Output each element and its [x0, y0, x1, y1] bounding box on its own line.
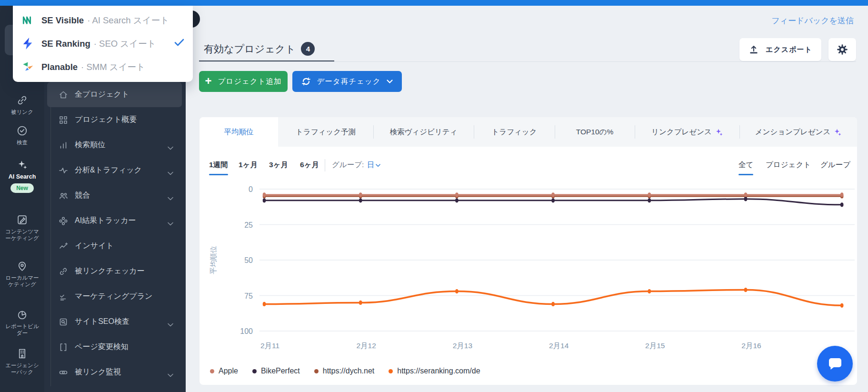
sidebar-item-backlink-checker[interactable]: 被リンクチェッカー [44, 259, 186, 284]
link-icon [16, 94, 28, 106]
home-icon [59, 90, 68, 100]
suite-name: SE Visible [41, 15, 84, 26]
gear-icon [836, 43, 848, 56]
sidebar-item-marketing-plan[interactable]: マーケティングプラン [44, 284, 186, 309]
suite-name: SE Ranking [41, 39, 90, 49]
rail-item-label: AI Search [4, 173, 41, 180]
sidebar-item-competitors[interactable]: 競合 [44, 183, 186, 208]
export-label: エクスポート [766, 45, 812, 54]
suite-item-se-ranking[interactable]: SE Ranking · SEO スイート [13, 32, 193, 55]
sidebar-item-label: マーケティングプラン [75, 291, 152, 302]
rail-item-local-marketing[interactable]: ローカルマーケティング [0, 260, 44, 288]
tab-top10-percent[interactable]: TOP10の% [555, 117, 635, 147]
check-circle-icon [16, 125, 28, 137]
tab-label: TOP10の% [576, 127, 613, 137]
sidebar-item-all-projects[interactable]: 全プロジェクト [47, 82, 182, 107]
svg-text:25: 25 [244, 221, 253, 229]
rail-item-ai-search[interactable]: AI Search New [0, 159, 44, 193]
tab-mention-presence[interactable]: メンションプレゼンス [739, 117, 857, 147]
legend-item-seranking-de[interactable]: https://seranking.com/de [389, 367, 480, 375]
rail-item-content-marketing[interactable]: コンテンツマーケティング [0, 214, 44, 241]
tab-label: トラフィック [491, 127, 537, 137]
rail-item-label: コンテンツマーケティング [4, 228, 41, 241]
se-visible-logo-icon [21, 14, 34, 27]
legend-item-apple[interactable]: Apple [210, 367, 238, 375]
grid-icon [59, 115, 68, 125]
legend-dot [389, 369, 393, 373]
projects-chart-card: 平均順位 トラフィック予測 検索ヴィジビリティ トラフィック TOP10の% リ… [200, 117, 857, 385]
suite-switcher-menu: SE Visible · AI Search スイート SE Ranking ·… [13, 6, 193, 82]
tab-active-projects[interactable]: 有効なプロジェクト 4 [204, 42, 315, 56]
tab-label: トラフィック予測 [296, 127, 356, 137]
sidebar-item-label: 分析&トラフィック [75, 165, 142, 175]
building-icon [16, 348, 28, 360]
legend-label: Apple [219, 367, 238, 375]
svg-text:2月12: 2月12 [357, 342, 376, 350]
sidebar-item-project-overview[interactable]: プロジェクト概要 [44, 107, 186, 132]
seranking-dashboard: { "colors": { "topbar": "#1b7ce2", "side… [0, 0, 868, 392]
suite-item-planable[interactable]: Planable · SMM スイート [13, 55, 193, 79]
svg-text:100: 100 [240, 327, 253, 335]
sidebar-item-label: 検索順位 [75, 140, 105, 150]
sidebar-item-label: インサイト [75, 241, 114, 251]
plus-icon: + [205, 75, 212, 87]
recheck-data-button[interactable]: データ再チェック [292, 71, 402, 92]
rail-item-label: レポートビルダー [4, 323, 41, 336]
chat-button[interactable] [817, 346, 853, 382]
send-feedback-link[interactable]: フィードバックを送信 [771, 15, 854, 26]
legend-dot [210, 369, 214, 373]
suite-suffix: · SMM スイート [81, 61, 145, 73]
tab-traffic[interactable]: トラフィック [474, 117, 555, 147]
tab-average-position[interactable]: 平均順位 [200, 117, 278, 147]
legend-item-dych[interactable]: https://dych.net [314, 367, 375, 375]
sidebar-item-rankings[interactable]: 検索順位 [44, 132, 186, 158]
rail-item-label: エージェンシーパック [4, 362, 41, 375]
settings-button[interactable] [828, 38, 856, 61]
tab-label: 平均順位 [224, 127, 254, 137]
tab-traffic-forecast[interactable]: トラフィック予測 [278, 117, 373, 147]
sidebar-item-label: 被リンク監視 [75, 367, 121, 377]
chevron-down-icon [168, 371, 173, 374]
legend-label: https://dych.net [323, 367, 375, 375]
sparkles-icon [16, 159, 28, 171]
legend-dot [252, 369, 257, 373]
sidebar-item-label: 全プロジェクト [75, 90, 129, 100]
tab-label: 検索ヴィジビリティ [389, 127, 457, 137]
sidebar-item-backlink-monitor[interactable]: 被リンク監視 [44, 360, 186, 385]
rail-item-label: ローカルマーケティング [4, 274, 41, 288]
legend-dot [314, 369, 319, 373]
checklist-icon [59, 292, 68, 302]
pie-chart-icon [16, 309, 28, 321]
top-accent-bar [0, 0, 868, 6]
average-position-chart[interactable]: 0255075100平均順位2月112月122月132月142月152月16 [200, 158, 857, 364]
sidebar-item-ai-results-tracker[interactable]: AI結果トラッカー [44, 208, 186, 233]
pulse-icon [59, 166, 68, 175]
rail-item-report-builder[interactable]: レポートビルダー [0, 309, 44, 336]
map-pin-icon [16, 260, 28, 272]
rail-item-backlinks[interactable]: 被リンク [0, 94, 44, 115]
sidebar-item-analytics-traffic[interactable]: 分析&トラフィック [44, 158, 186, 183]
line-chart[interactable]: 0255075100平均順位2月112月122月132月142月152月16 [200, 158, 857, 364]
tab-search-visibility[interactable]: 検索ヴィジビリティ [373, 117, 474, 147]
link-icon [59, 267, 68, 276]
suite-item-se-visible[interactable]: SE Visible · AI Search スイート [13, 9, 193, 32]
sidebar-item-label: サイトSEO検査 [75, 317, 130, 327]
svg-text:2月14: 2月14 [549, 342, 569, 350]
add-project-label: プロジェクト追加 [218, 77, 281, 87]
rail-item-audit[interactable]: 検査 [0, 125, 44, 146]
sidebar-item-site-audit[interactable]: サイトSEO検査 [44, 309, 186, 334]
sidebar-item-page-changes[interactable]: ページ変更検知 [44, 334, 186, 360]
chevron-down-icon [168, 169, 173, 172]
rail-item-label: 被リンク [4, 109, 41, 115]
active-projects-label: 有効なプロジェクト [204, 42, 295, 56]
add-project-button[interactable]: + プロジェクト追加 [199, 71, 288, 92]
header-divider [199, 61, 856, 62]
suite-name: Planable [41, 62, 78, 72]
tab-link-presence[interactable]: リンクプレゼンス [635, 117, 739, 147]
export-button[interactable]: エクスポート [739, 38, 821, 61]
rail-item-agency-pack[interactable]: エージェンシーパック [0, 348, 44, 375]
legend-item-bikeperfect[interactable]: BikePerfect [252, 367, 300, 375]
trend-icon [59, 241, 68, 251]
sidebar-menu: 全プロジェクト プロジェクト概要 検索順位 分析&トラフィック 競合 AI結果ト… [44, 82, 186, 385]
sidebar-item-insights[interactable]: インサイト [44, 233, 186, 259]
